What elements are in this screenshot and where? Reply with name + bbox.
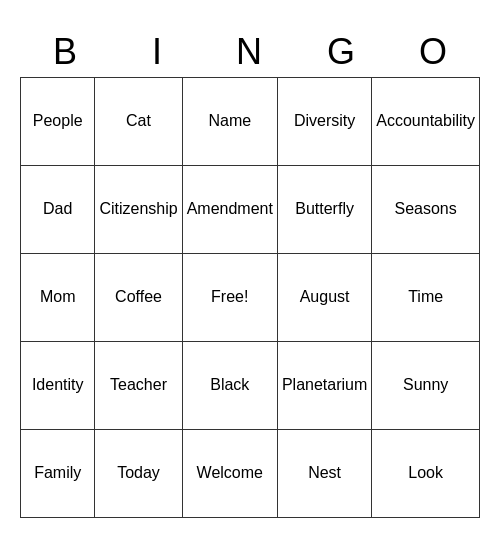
bingo-cell-2-3: August [278,254,372,342]
bingo-cell-3-3: Planetarium [278,342,372,430]
bingo-grid: PeopleCatNameDiversityAccountabilityDadC… [20,77,480,518]
bingo-board: BINGO PeopleCatNameDiversityAccountabili… [20,27,480,518]
bingo-cell-4-1: Today [95,430,182,518]
bingo-cell-0-0: People [21,78,95,166]
bingo-cell-3-1: Teacher [95,342,182,430]
bingo-cell-0-2: Name [183,78,278,166]
bingo-cell-1-3: Butterfly [278,166,372,254]
bingo-cell-0-1: Cat [95,78,182,166]
bingo-cell-3-4: Sunny [372,342,480,430]
bingo-cell-3-2: Black [183,342,278,430]
bingo-cell-2-2: Free! [183,254,278,342]
bingo-cell-2-0: Mom [21,254,95,342]
header-letter-N: N [204,27,296,77]
bingo-cell-2-4: Time [372,254,480,342]
bingo-cell-4-4: Look [372,430,480,518]
bingo-cell-4-2: Welcome [183,430,278,518]
bingo-cell-1-0: Dad [21,166,95,254]
header-letter-I: I [112,27,204,77]
header-letter-B: B [20,27,112,77]
bingo-header: BINGO [20,27,480,77]
bingo-cell-0-3: Diversity [278,78,372,166]
bingo-cell-1-4: Seasons [372,166,480,254]
bingo-cell-0-4: Accountability [372,78,480,166]
header-letter-G: G [296,27,388,77]
bingo-cell-2-1: Coffee [95,254,182,342]
bingo-cell-3-0: Identity [21,342,95,430]
bingo-cell-4-0: Family [21,430,95,518]
header-letter-O: O [388,27,480,77]
bingo-cell-4-3: Nest [278,430,372,518]
bingo-cell-1-1: Citizenship [95,166,182,254]
bingo-cell-1-2: Amendment [183,166,278,254]
